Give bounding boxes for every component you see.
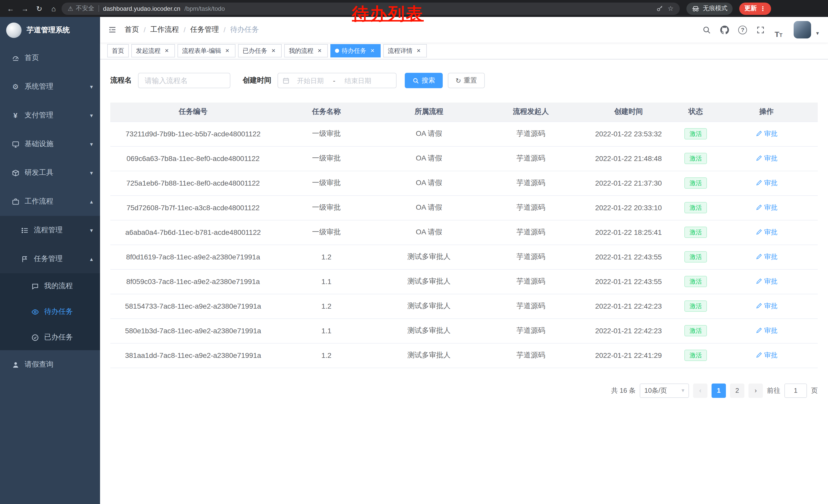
tab-home[interactable]: 首页 [107, 44, 129, 57]
bookmark-star-icon[interactable]: ☆ [668, 5, 673, 12]
browser-menu-icon[interactable]: ⋮ [760, 5, 766, 12]
browser-back-button[interactable]: ← [4, 2, 17, 15]
goto-page-input[interactable] [784, 383, 807, 398]
page-button-2[interactable]: 2 [730, 383, 744, 398]
reset-button[interactable]: ↻ 重置 [448, 73, 485, 88]
approve-label: 审批 [764, 203, 778, 212]
approve-button[interactable]: 审批 [755, 351, 778, 360]
incognito-icon [692, 5, 700, 12]
close-icon[interactable]: × [415, 47, 422, 54]
sidebar-item-home[interactable]: 首页 [0, 44, 100, 72]
edit-icon [755, 155, 762, 162]
tab-label: 待办任务 [342, 46, 366, 55]
start-date-input[interactable] [291, 77, 330, 84]
security-chip[interactable]: ⚠ 不安全 [68, 4, 94, 13]
approve-button[interactable]: 审批 [755, 129, 778, 138]
sidebar-item-infrastructure[interactable]: 基础设施 ▾ [0, 130, 100, 158]
process-name-input[interactable] [138, 73, 230, 88]
approve-button[interactable]: 审批 [755, 252, 778, 262]
end-date-input[interactable] [338, 77, 377, 84]
breadcrumb-separator: / [143, 26, 146, 34]
browser-reload-button[interactable]: ↻ [33, 2, 46, 15]
page-button-1[interactable]: 1 [711, 383, 726, 398]
search-button[interactable]: 搜索 [405, 73, 443, 88]
cell-task-name: 1.2 [276, 244, 377, 269]
cell-task-name: 一级审批 [276, 122, 377, 146]
user-avatar[interactable] [794, 21, 811, 39]
sidebar-item-payment[interactable]: ¥ 支付管理 ▾ [0, 101, 100, 130]
update-label: 更新 [744, 4, 757, 13]
prev-page-button[interactable]: ‹ [693, 383, 707, 398]
person-icon [11, 360, 19, 369]
tab-label: 流程详情 [388, 46, 412, 55]
status-badge: 激活 [685, 202, 707, 213]
browser-update-button[interactable]: 更新 ⋮ [739, 2, 771, 15]
close-icon[interactable]: × [316, 47, 323, 54]
cell-task-id: a6aba0a4-7b6d-11ec-b781-acde48001122 [110, 220, 276, 244]
breadcrumb-workflow[interactable]: 工作流程 [150, 25, 179, 34]
tab-label: 首页 [112, 46, 124, 55]
cell-status: 激活 [676, 269, 715, 294]
date-range-picker[interactable]: - [278, 73, 397, 88]
approve-button[interactable]: 审批 [755, 154, 778, 163]
dashboard-icon [11, 54, 19, 62]
close-icon[interactable]: × [224, 47, 231, 54]
column-header-actions: 操作 [715, 102, 818, 122]
close-icon[interactable]: × [369, 47, 376, 54]
sidebar-item-my-processes[interactable]: 我的流程 [0, 273, 100, 299]
close-icon[interactable]: × [270, 47, 277, 54]
sidebar-item-workflow[interactable]: 工作流程 ▴ [0, 187, 100, 216]
edit-icon [755, 303, 762, 310]
sidebar-item-system[interactable]: ⚙ 系统管理 ▾ [0, 72, 100, 101]
sidebar-item-dev-tools[interactable]: 研发工具 ▾ [0, 158, 100, 187]
cell-starter: 芋道源码 [481, 318, 581, 343]
caret-down-icon[interactable]: ▼ [815, 31, 820, 36]
cell-status: 激活 [676, 171, 715, 195]
breadcrumb-task-management[interactable]: 任务管理 [190, 25, 219, 34]
cell-task-id: 58154733-7ac8-11ec-a9e2-a2380e71991a [110, 294, 276, 318]
cell-starter: 芋道源码 [481, 220, 581, 244]
sidebar-item-process-management[interactable]: 流程管理 ▾ [0, 216, 100, 244]
approve-button[interactable]: 审批 [755, 302, 778, 311]
edit-icon [755, 254, 762, 260]
breadcrumb-home[interactable]: 首页 [125, 25, 139, 34]
approve-button[interactable]: 审批 [755, 228, 778, 237]
sidebar-item-todo-tasks[interactable]: 待办任务 [0, 299, 100, 325]
cell-action: 审批 [715, 171, 818, 195]
edit-icon [755, 131, 762, 137]
tab-done-tasks[interactable]: 已办任务 × [238, 44, 282, 57]
flag-icon [20, 255, 29, 263]
pagination: 共 16 条 10条/页 ▾ ‹ 1 2 › 前往 页 [110, 383, 818, 398]
password-key-icon[interactable] [656, 5, 664, 12]
font-size-icon[interactable]: TT [771, 22, 786, 38]
approve-button[interactable]: 审批 [755, 326, 778, 335]
process-name-label: 流程名 [110, 76, 132, 85]
cell-action: 审批 [715, 146, 818, 171]
approve-button[interactable]: 审批 [755, 277, 778, 286]
tab-start-process[interactable]: 发起流程 × [131, 44, 175, 57]
tab-my-processes[interactable]: 我的流程 × [284, 44, 328, 57]
cell-action: 审批 [715, 269, 818, 294]
approve-button[interactable]: 审批 [755, 203, 778, 212]
approve-button[interactable]: 审批 [755, 178, 778, 188]
app-logo[interactable]: 芋道管理系统 [0, 17, 100, 44]
tab-process-form-edit[interactable]: 流程表单-编辑 × [177, 44, 236, 57]
close-icon[interactable]: × [163, 47, 170, 54]
help-icon[interactable]: ? [735, 22, 750, 38]
page-size-select[interactable]: 10条/页 ▾ [640, 383, 689, 398]
next-page-button[interactable]: › [748, 383, 763, 398]
sidebar-item-done-tasks[interactable]: 已办任务 [0, 325, 100, 350]
search-icon[interactable] [699, 22, 715, 38]
browser-forward-button[interactable]: → [18, 2, 31, 15]
tab-process-detail[interactable]: 流程详情 × [383, 44, 427, 57]
sidebar-item-task-management[interactable]: 任务管理 ▴ [0, 244, 100, 273]
sidebar-item-label: 研发工具 [25, 168, 53, 177]
sidebar-item-leave-query[interactable]: 请假查询 [0, 350, 100, 379]
github-icon[interactable] [717, 22, 733, 38]
fullscreen-icon[interactable] [753, 22, 769, 38]
sidebar-collapse-button[interactable] [100, 17, 125, 43]
column-header-status: 状态 [676, 102, 715, 122]
tab-todo-tasks[interactable]: 待办任务 × [330, 44, 381, 57]
browser-home-button[interactable]: ⌂ [47, 2, 60, 15]
approve-label: 审批 [764, 326, 778, 335]
